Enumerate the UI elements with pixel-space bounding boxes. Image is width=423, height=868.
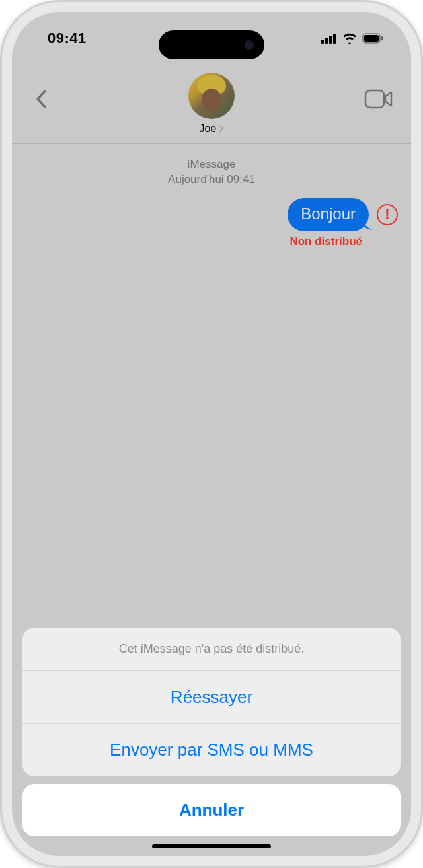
wifi-icon: [342, 33, 357, 44]
status-time: 09:41: [48, 30, 87, 47]
retry-button[interactable]: Réessayer: [22, 671, 401, 724]
home-indicator[interactable]: [152, 844, 271, 848]
volume-up-button: [0, 180, 1, 233]
volume-down-button: [0, 246, 1, 299]
cancel-button[interactable]: Annuler: [22, 784, 401, 836]
silent-switch: [0, 132, 1, 160]
svg-rect-6: [381, 36, 383, 40]
svg-rect-0: [321, 40, 324, 44]
dynamic-island: [159, 30, 264, 59]
status-icons: [321, 33, 383, 44]
svg-rect-1: [325, 38, 328, 44]
svg-rect-3: [333, 34, 336, 44]
iphone-frame: 09:41 Joe: [0, 0, 423, 868]
action-sheet-group: Cet iMessage n'a pas été distribué. Rées…: [22, 628, 401, 776]
send-as-sms-button[interactable]: Envoyer par SMS ou MMS: [22, 724, 401, 776]
battery-icon: [362, 33, 383, 44]
action-sheet-title: Cet iMessage n'a pas été distribué.: [22, 628, 401, 671]
svg-rect-2: [329, 36, 332, 44]
cellular-icon: [321, 33, 337, 44]
screen: 09:41 Joe: [12, 12, 411, 856]
action-sheet: Cet iMessage n'a pas été distribué. Rées…: [22, 628, 401, 836]
svg-rect-5: [364, 35, 379, 42]
